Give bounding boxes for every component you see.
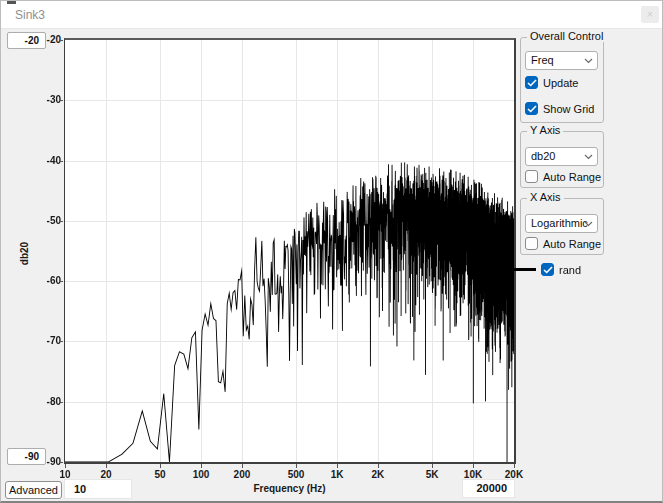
y-tick-mark <box>59 40 63 41</box>
update-checkbox[interactable] <box>525 76 538 89</box>
x-axis-select[interactable]: Logarithmic <box>525 214 598 233</box>
window-title: Sink3 <box>15 1 45 29</box>
x-tick-label: 2K <box>360 469 396 480</box>
legend: rand <box>512 263 581 276</box>
x-axis-group-title: X Axis <box>527 191 564 203</box>
y-tick-label: -40 <box>21 155 61 166</box>
overall-control-group-title: Overall Control <box>527 30 606 42</box>
title-bar: Sink3 × <box>1 1 662 29</box>
y-tick-mark <box>59 462 63 463</box>
x-tick-mark <box>378 464 379 468</box>
y-tick-mark <box>59 402 63 403</box>
x-tick-mark <box>201 464 202 468</box>
y-axis-select-value: db20 <box>531 148 555 165</box>
close-button[interactable]: × <box>641 6 659 23</box>
x-tick-mark <box>514 464 515 468</box>
y-tick-mark <box>59 100 63 101</box>
x-tick-label: 1K <box>319 469 355 480</box>
update-checkbox-row: Update <box>525 76 578 89</box>
app-window: Sink3 × -20 -90 Frequency (Hz) db20 Adva… <box>0 0 663 503</box>
show-grid-checkbox-label: Show Grid <box>543 103 594 115</box>
close-icon: × <box>647 8 653 20</box>
x-tick-label: 10K <box>455 469 491 480</box>
x-auto-range-row: Auto Range <box>525 237 601 250</box>
legend-rand-checkbox[interactable] <box>541 263 554 276</box>
show-grid-checkbox[interactable] <box>525 102 538 115</box>
check-icon <box>527 105 537 113</box>
y-tick-label: -70 <box>21 335 61 346</box>
y-tick-mark <box>59 281 63 282</box>
y-tick-label: -30 <box>21 94 61 105</box>
y-tick-mark <box>59 221 63 222</box>
y-axis-select[interactable]: db20 <box>525 147 598 166</box>
update-checkbox-label: Update <box>543 77 578 89</box>
freq-select-value: Freq <box>531 52 554 69</box>
x-axis-select-value: Logarithmic <box>531 215 588 232</box>
chevron-down-icon <box>584 154 593 160</box>
advanced-button[interactable]: Advanced <box>5 481 62 499</box>
x-tick-label: 50 <box>142 469 178 480</box>
x-tick-label: 20K <box>496 469 532 480</box>
x-tick-label: 5K <box>414 469 450 480</box>
y-tick-label: -90 <box>21 456 61 467</box>
x-tick-mark <box>337 464 338 468</box>
check-icon <box>543 266 553 274</box>
x-tick-label: 100 <box>183 469 219 480</box>
background-window-edge <box>7 1 16 4</box>
y-axis-group-title: Y Axis <box>527 124 563 136</box>
plot-area <box>64 38 516 464</box>
y-tick-mark <box>59 341 63 342</box>
x-tick-label: 500 <box>278 469 314 480</box>
y-auto-range-checkbox[interactable] <box>525 170 538 183</box>
x-tick-mark <box>296 464 297 468</box>
x-axis-title: Frequency (Hz) <box>65 483 514 494</box>
x-tick-label: 10 <box>47 469 83 480</box>
freq-select[interactable]: Freq <box>525 51 598 70</box>
x-tick-mark <box>65 464 66 468</box>
x-tick-mark <box>473 464 474 468</box>
legend-series-label: rand <box>559 264 581 276</box>
legend-line-swatch <box>512 268 536 271</box>
x-tick-mark <box>160 464 161 468</box>
y-tick-label: -50 <box>21 215 61 226</box>
x-max-input[interactable]: 20000 <box>462 479 515 498</box>
chevron-down-icon <box>584 221 593 227</box>
x-tick-mark <box>432 464 433 468</box>
y-tick-mark <box>59 161 63 162</box>
check-icon <box>527 79 537 87</box>
x-min-input[interactable]: 10 <box>64 479 132 499</box>
x-auto-range-label: Auto Range <box>543 238 601 250</box>
spectrum-canvas <box>65 40 514 462</box>
show-grid-checkbox-row: Show Grid <box>525 102 594 115</box>
x-tick-mark <box>106 464 107 468</box>
x-auto-range-checkbox[interactable] <box>525 237 538 250</box>
x-tick-mark <box>242 464 243 468</box>
x-tick-label: 200 <box>224 469 260 480</box>
chevron-down-icon <box>584 58 593 64</box>
y-tick-label: -60 <box>21 275 61 286</box>
x-tick-label: 20 <box>88 469 124 480</box>
y-auto-range-row: Auto Range <box>525 170 601 183</box>
y-tick-label: -20 <box>21 34 61 45</box>
y-tick-label: -80 <box>21 396 61 407</box>
y-auto-range-label: Auto Range <box>543 171 601 183</box>
